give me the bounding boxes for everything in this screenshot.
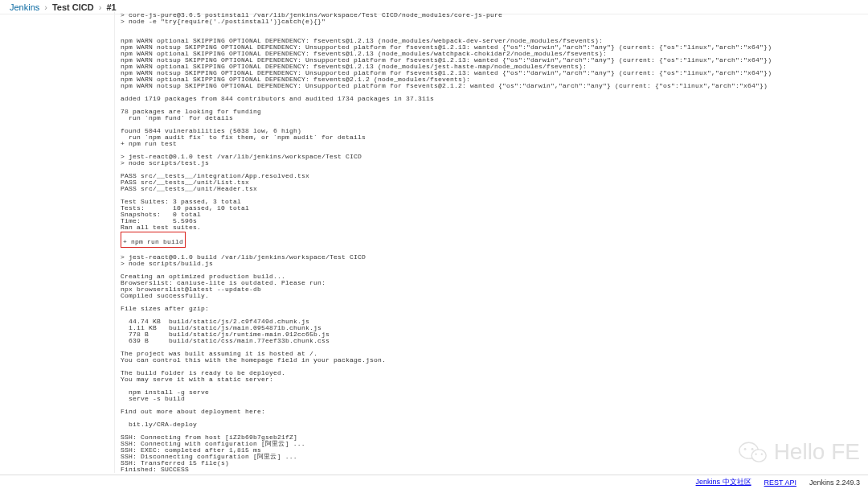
console-output: > core-js-pure@3.6.5 postinstall /var/li… <box>121 12 864 473</box>
breadcrumb-root[interactable]: Jenkins <box>10 2 39 12</box>
footer-version: Jenkins 2.249.3 <box>809 479 860 487</box>
breadcrumb-sep-2: › <box>99 2 102 12</box>
console-pre-1: > core-js-pure@3.6.5 postinstall /var/li… <box>121 12 864 231</box>
highlighted-command: + npm run build <box>121 232 186 248</box>
breadcrumb-build[interactable]: #1 <box>106 2 116 12</box>
footer-zh-community[interactable]: Jenkins 中文社区 <box>696 477 751 487</box>
breadcrumb-sep-1: › <box>44 2 47 12</box>
console-pre-2: > jest-react@0.1.0 build /var/lib/jenkin… <box>121 248 864 473</box>
footer-rest-api[interactable]: REST API <box>764 479 796 487</box>
footer: Jenkins 中文社区 REST API Jenkins 2.249.3 <box>0 475 868 489</box>
breadcrumb-project[interactable]: Test CICD <box>52 2 94 12</box>
highlighted-command-text: + npm run build <box>123 238 183 245</box>
sidebar-divider <box>114 12 115 473</box>
